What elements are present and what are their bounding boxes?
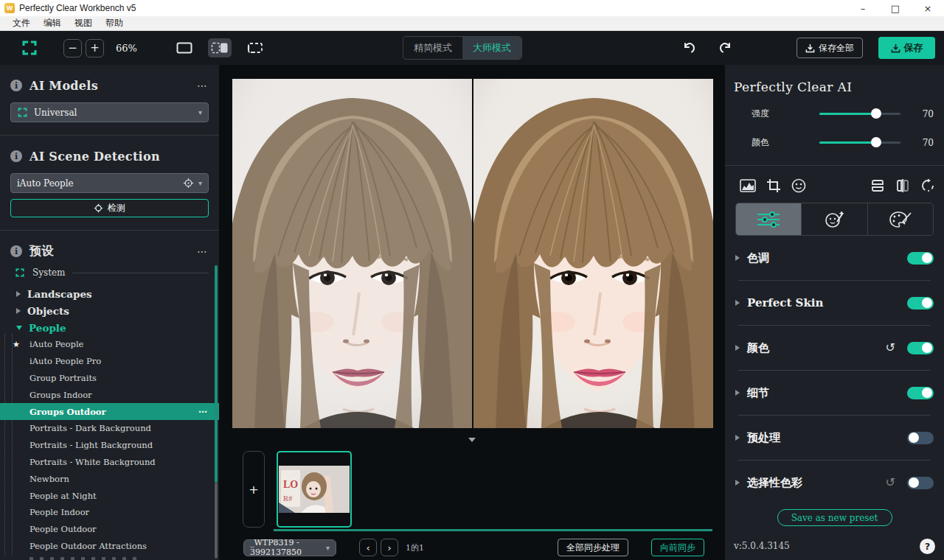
menu-view[interactable]: 视图 [68,16,99,31]
previous-image-button[interactable]: ‹ [359,539,377,556]
color-toggle[interactable] [907,342,934,354]
preset-item[interactable]: Newborn [0,470,219,487]
preset-item[interactable]: People Outdoor [0,521,219,538]
maximize-button[interactable]: □ [879,0,912,16]
add-image-button[interactable]: + [243,451,265,528]
sync-forward-button[interactable]: 向前同步 [651,539,704,556]
selective-color-toggle[interactable] [907,477,934,489]
preset-item[interactable]: People at Night [0,487,219,504]
scene-detection-title: AI Scene Detection [30,150,160,164]
crop-icon[interactable] [766,178,781,193]
system-label: System [32,267,65,278]
section-tone[interactable]: 色调 [735,243,934,273]
preset-item[interactable]: Portraits - Light Background [0,437,219,454]
info-icon[interactable]: i [10,245,22,257]
slider-knob[interactable] [871,137,881,147]
section-perfect-skin[interactable]: Perfect Skin [735,288,934,318]
preset-item[interactable]: Portraits - Dark Background [0,420,219,437]
details-toggle[interactable] [907,387,934,399]
histogram-icon[interactable] [740,179,756,192]
presets-title: 预设 [30,244,54,259]
section-label: 选择性色彩 [747,476,802,490]
slider-knob[interactable] [871,108,881,119]
preprocess-toggle[interactable] [907,432,934,444]
more-menu-icon[interactable]: ⋯ [197,245,209,257]
tab-color-paint[interactable] [867,203,933,235]
preset-item[interactable]: iAuto People Pro [0,353,219,370]
preset-item[interactable]: People Outdoor Attractions [0,538,219,555]
strength-slider[interactable] [819,113,900,115]
presets-system-root[interactable]: System [15,267,209,278]
section-label: 颜色 [747,341,769,355]
preset-item[interactable]: Portraits - White Background [0,454,219,471]
preset-label: Portraits - Dark Background [30,423,151,433]
split-view-button[interactable] [208,38,232,57]
menu-edit[interactable]: 编辑 [37,16,68,31]
tree-group-landscapes[interactable]: Landscapes [0,285,219,302]
filmstrip-thumbnail[interactable] [277,451,352,528]
before-after-compare[interactable] [232,79,713,428]
perfect-skin-toggle[interactable] [907,297,934,309]
section-preprocess[interactable]: 预处理 [735,423,934,452]
menu-help[interactable]: 帮助 [99,16,130,31]
preset-item[interactable]: Group Portraits [0,370,219,387]
preset-item-clipped[interactable] [30,557,140,560]
collapsed-arrow-icon [16,308,21,314]
sidebar-scrollbar-thumb[interactable] [215,265,218,483]
save-button[interactable]: 保存 [878,37,935,59]
tab-retouch[interactable] [801,203,867,235]
undo-button[interactable] [678,37,701,59]
tree-group-objects[interactable]: Objects [0,302,219,319]
section-selective-color[interactable]: 选择性色彩 ↺ [735,468,934,497]
section-label: 细节 [747,386,769,400]
preset-item[interactable]: Groups Indoor [0,386,219,403]
info-icon[interactable]: i [10,150,22,162]
preset-item[interactable]: People Indoor [0,504,219,521]
section-details[interactable]: 细节 [735,378,934,407]
preset-item-selected[interactable]: Groups Outdoor ⋯ [0,403,219,420]
detect-button[interactable]: 检测 [10,199,209,217]
tone-toggle[interactable] [907,252,934,265]
redo-button[interactable] [714,37,736,59]
reset-icon[interactable]: ↺ [886,477,895,489]
zoom-out-button[interactable]: − [63,39,82,57]
filmstrip-collapse-icon[interactable] [468,438,476,442]
panel-tabs [735,203,934,236]
section-color[interactable]: 颜色 ↺ [735,333,934,363]
rotate-icon[interactable] [920,178,935,193]
preset-item[interactable]: ★ iAuto People [0,336,219,353]
compare-view-button[interactable] [243,38,267,57]
tab-master-mode[interactable]: 大师模式 [462,36,521,60]
tree-group-people[interactable]: People [0,319,219,336]
reset-icon[interactable]: ↺ [886,342,895,354]
scene-value: iAuto People [17,178,74,189]
face-icon[interactable] [791,178,806,193]
help-button[interactable]: ? [920,539,935,554]
tab-adjustments[interactable] [736,203,801,235]
file-select[interactable]: _WTP8319 - 3992137850 ▾ [243,539,336,556]
save-all-button[interactable]: 保存全部 [796,38,863,58]
window-title: Perfectly Clear Workbench v5 [19,3,136,13]
save-preset-button[interactable]: Save as new preset [777,509,892,526]
sidebar-scrollbar-track[interactable] [215,483,218,559]
sync-all-button[interactable]: 全部同步处理 [558,539,628,556]
split-horizontal-icon[interactable] [870,178,885,193]
ai-model-select[interactable]: Universal ▾ [10,102,209,122]
tab-simple-mode[interactable]: 精简模式 [403,36,462,60]
single-view-button[interactable] [173,38,196,57]
close-button[interactable]: × [912,0,944,16]
scene-select[interactable]: iAuto People ▾ [10,173,209,193]
color-slider[interactable] [819,141,900,144]
split-vertical-icon[interactable] [895,178,910,193]
more-menu-icon[interactable]: ⋯ [197,80,209,91]
palette-brush-icon [889,210,912,229]
info-icon[interactable]: i [10,80,22,91]
next-image-button[interactable]: › [381,539,398,556]
download-icon [891,43,900,53]
zoom-in-button[interactable]: + [86,39,104,57]
after-image [473,79,713,428]
filmstrip-scrollbar[interactable] [274,529,712,531]
more-menu-icon[interactable]: ⋯ [198,407,209,417]
minimize-button[interactable]: – [847,0,879,16]
menu-file[interactable]: 文件 [6,16,37,31]
